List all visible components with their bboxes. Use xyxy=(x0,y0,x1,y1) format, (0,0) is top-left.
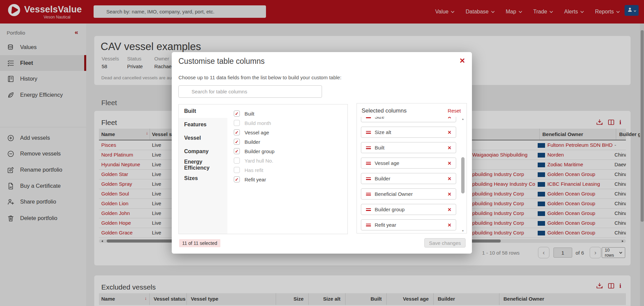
category-company[interactable]: Company xyxy=(179,145,227,158)
remove-column-icon[interactable]: ✕ xyxy=(447,117,451,120)
selected-column-label: Builder group xyxy=(375,207,405,212)
field-row-builder-group[interactable]: ✓Builder group xyxy=(234,146,274,156)
field-row-build-month[interactable]: Build month xyxy=(234,118,271,128)
category-column: Built Features Vessel Company Energy Eff… xyxy=(179,104,227,234)
checkbox-unchecked-icon[interactable] xyxy=(234,120,240,126)
modal-subtitle: Choose up to 11 data fields from the lis… xyxy=(178,75,341,80)
drag-handle-icon[interactable] xyxy=(366,176,371,181)
selected-column-item[interactable]: Built ✕ xyxy=(361,142,456,153)
remove-column-icon[interactable]: ✕ xyxy=(447,222,451,228)
field-label: Build month xyxy=(245,120,271,126)
field-label: Vessel age xyxy=(245,130,269,135)
modal-title: Customise table columns xyxy=(178,57,265,66)
field-row-builder[interactable]: ✓Builder xyxy=(234,137,260,146)
field-row-yard-hull-no[interactable]: Yard hull No. xyxy=(234,156,273,165)
field-label: Builder xyxy=(245,139,260,145)
customise-columns-modal: Customise table columns ✕ Choose up to 1… xyxy=(172,52,472,254)
remove-column-icon[interactable]: ✕ xyxy=(447,207,451,212)
list-scrollbar[interactable]: ▲ ▼ xyxy=(461,118,465,232)
field-row-vessel-age[interactable]: ✓Vessel age xyxy=(234,128,269,137)
selected-column-item[interactable]: Beneficial Owner ✕ xyxy=(361,188,456,200)
field-row-has-refit[interactable]: Has refit xyxy=(234,165,263,175)
selected-column-label: Built xyxy=(375,145,384,150)
selected-columns-panel: Selected columns Reset Size ✕ Size alt ✕… xyxy=(357,103,467,233)
save-changes-button[interactable]: Save changes xyxy=(424,238,466,248)
selection-count-badge: 11 of 11 selected xyxy=(179,239,220,247)
remove-column-icon[interactable]: ✕ xyxy=(447,161,451,166)
category-sizes[interactable]: Sizes xyxy=(179,172,227,185)
selected-column-label: Refit year xyxy=(375,222,396,228)
checkbox-checked-icon[interactable]: ✓ xyxy=(234,139,240,145)
drag-handle-icon[interactable] xyxy=(366,145,371,150)
category-built[interactable]: Built xyxy=(179,104,227,118)
category-vessel[interactable]: Vessel xyxy=(179,131,227,145)
checkbox-checked-icon[interactable]: ✓ xyxy=(234,148,240,154)
drag-handle-icon[interactable] xyxy=(366,223,371,227)
column-search-input[interactable] xyxy=(178,85,322,98)
field-label: Yard hull No. xyxy=(245,158,273,164)
selected-column-label: Beneficial Owner xyxy=(375,191,413,197)
selected-column-item[interactable]: Size ✕ xyxy=(361,117,456,122)
selected-column-item[interactable]: Refit year ✕ xyxy=(361,219,456,230)
field-row-built[interactable]: ✓Built xyxy=(234,109,254,118)
selected-column-label: Size xyxy=(375,117,384,120)
field-label: Has refit xyxy=(245,167,263,173)
drag-handle-icon[interactable] xyxy=(366,192,371,196)
close-icon[interactable]: ✕ xyxy=(459,57,465,65)
drag-handle-icon[interactable] xyxy=(366,130,371,135)
remove-column-icon[interactable]: ✕ xyxy=(447,130,451,135)
selected-column-item[interactable]: Size alt ✕ xyxy=(361,127,456,138)
remove-column-icon[interactable]: ✕ xyxy=(447,145,451,150)
selected-column-item[interactable]: Builder group ✕ xyxy=(361,204,456,215)
checkbox-checked-icon[interactable]: ✓ xyxy=(234,129,240,135)
field-row-refit-year[interactable]: ✓Refit year xyxy=(234,175,266,184)
drag-handle-icon[interactable] xyxy=(366,117,371,119)
fields-panel: Built Features Vessel Company Energy Eff… xyxy=(178,104,348,234)
selected-column-label: Builder xyxy=(375,176,390,181)
selected-columns-list: Size ✕ Size alt ✕ Built ✕ Vessel age ✕ B… xyxy=(357,117,459,233)
checkbox-checked-icon[interactable]: ✓ xyxy=(234,111,240,117)
field-label: Builder group xyxy=(245,148,274,154)
checkbox-unchecked-icon[interactable] xyxy=(234,167,240,173)
drag-handle-icon[interactable] xyxy=(366,207,371,212)
list-scrollbar-thumb[interactable] xyxy=(461,157,465,193)
field-label: Built xyxy=(245,111,254,117)
category-features[interactable]: Features xyxy=(179,118,227,131)
reset-link[interactable]: Reset xyxy=(448,108,461,114)
category-energy-efficiency[interactable]: Energy Efficiency xyxy=(179,158,227,172)
remove-column-icon[interactable]: ✕ xyxy=(447,176,451,181)
scroll-down-icon[interactable]: ▼ xyxy=(462,229,464,232)
selected-column-label: Vessel age xyxy=(375,160,399,166)
drag-handle-icon[interactable] xyxy=(366,161,371,166)
checkbox-unchecked-icon[interactable] xyxy=(234,158,240,164)
scroll-up-icon[interactable]: ▲ xyxy=(462,118,464,121)
selected-column-item[interactable]: Vessel age ✕ xyxy=(361,158,456,169)
selected-column-label: Size alt xyxy=(375,129,391,135)
selected-columns-title: Selected columns xyxy=(362,107,407,114)
selected-column-item[interactable]: Builder ✕ xyxy=(361,173,456,184)
field-label: Refit year xyxy=(245,177,266,182)
checkbox-checked-icon[interactable]: ✓ xyxy=(234,176,240,182)
remove-column-icon[interactable]: ✕ xyxy=(447,191,451,197)
